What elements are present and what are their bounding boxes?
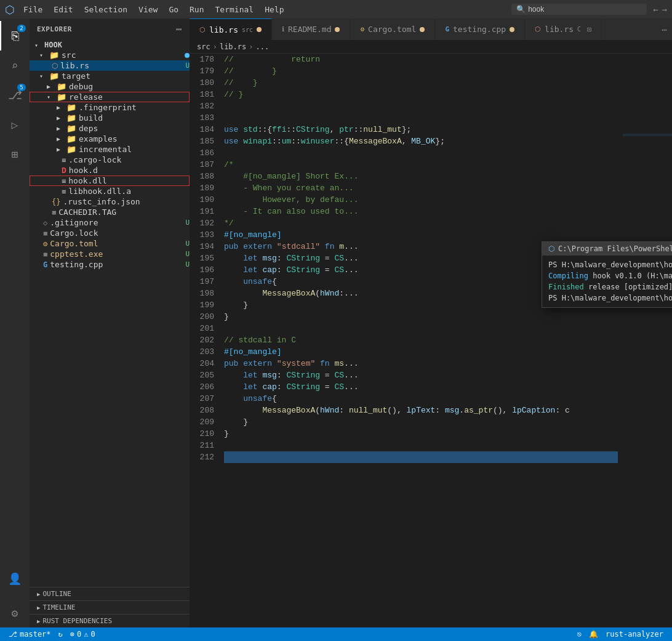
tree-rustc-info[interactable]: {} .rustc_info.json xyxy=(30,196,190,207)
branch-icon: ⎇ xyxy=(9,630,17,639)
target-label: target xyxy=(62,71,190,81)
info-icon: ℹ xyxy=(282,25,284,33)
tree-testing-cpp[interactable]: G testing.cpp U xyxy=(30,259,190,270)
outline-section[interactable]: ▶ OUTLINE xyxy=(30,587,190,600)
search-input[interactable] xyxy=(528,5,626,14)
status-bell[interactable]: 🔔 xyxy=(585,630,602,639)
tree-debug[interactable]: ▶ 📁 debug xyxy=(30,81,190,92)
tab-readme-label: README.md xyxy=(288,25,331,34)
activity-extensions[interactable]: ⊞ xyxy=(0,139,30,169)
folder-icon: 📁 xyxy=(57,92,66,102)
tab-cargo-toml[interactable]: ⚙ Cargo.toml xyxy=(350,18,435,40)
tree-cachedir[interactable]: ≡ CACHEDIR.TAG xyxy=(30,207,190,217)
tab-lib-rs-c[interactable]: ⬡ lib.rs C ⊡ xyxy=(525,18,602,40)
cargo-toml-label: Cargo.toml xyxy=(50,239,183,248)
breadcrumb-lib-rs[interactable]: lib.rs xyxy=(220,42,246,51)
status-branch[interactable]: ⎇ master* xyxy=(5,630,55,639)
tree-target[interactable]: ▾ 📁 target xyxy=(30,71,190,81)
breadcrumb-src[interactable]: src xyxy=(197,42,210,51)
tree-cargo-lock[interactable]: ≡ .cargo-lock xyxy=(30,155,190,165)
tab-more-button[interactable]: ⋯ xyxy=(657,18,672,40)
terminal-title-bar: ⬡ C:\Program Files\PowerShell\7\pwsh.exe xyxy=(542,242,672,256)
modified-dot xyxy=(185,53,190,58)
minimap xyxy=(623,54,672,627)
tree-release[interactable]: ▾ 📁 release xyxy=(30,92,190,102)
tree-build[interactable]: ▶ 📁 build xyxy=(30,113,190,123)
tree-cargo-lock2[interactable]: ≡ Cargo.lock xyxy=(30,228,190,238)
cpp-icon: G xyxy=(43,260,47,269)
tree-hook-root[interactable]: ▾ HOOK xyxy=(30,40,190,50)
tab-testing-cpp[interactable]: G testing.cpp xyxy=(435,18,525,40)
nav-back[interactable]: ← xyxy=(653,4,658,14)
code-editor[interactable]: 178179180181 182183184185 186187188189 1… xyxy=(190,54,623,627)
status-port[interactable]: ⎋ xyxy=(574,630,585,639)
activity-explorer[interactable]: ⎘ 2 xyxy=(0,21,30,50)
menu-selection[interactable]: Selection xyxy=(79,4,132,15)
status-errors[interactable]: ⊗ 0 ⚠ 0 xyxy=(66,630,99,639)
root-label: HOOK xyxy=(44,41,62,49)
nav-forward[interactable]: → xyxy=(662,4,667,14)
tree-lib-rs[interactable]: ⬡ lib.rs U xyxy=(30,60,190,71)
tree-gitignore[interactable]: ◇ .gitignore U xyxy=(30,217,190,228)
menu-bar: ⬡ File Edit Selection View Go Run Termin… xyxy=(0,0,672,18)
git-badge: 5 xyxy=(17,84,26,91)
search-icon: 🔍 xyxy=(516,5,526,14)
breadcrumb-more[interactable]: ... xyxy=(256,42,270,51)
compiling-prefix: Compiling xyxy=(548,272,593,280)
prompt-text-2: PS H:\malware_development\hook> xyxy=(548,294,672,302)
activity-run[interactable]: ▷ xyxy=(0,110,30,139)
folder-icon: 📁 xyxy=(66,113,76,123)
tab-c-label: C xyxy=(577,26,581,33)
menu-view[interactable]: View xyxy=(134,4,162,15)
sidebar: EXPLORER ⋯ ▾ HOOK ▾ 📁 src ⬡ lib.rs U xyxy=(30,18,190,627)
port-icon: ⎋ xyxy=(577,630,582,639)
modified-badge: U xyxy=(185,240,190,248)
tree-src[interactable]: ▾ 📁 src xyxy=(30,50,190,60)
sidebar-header: EXPLORER ⋯ xyxy=(30,18,190,40)
tab-lib-rs[interactable]: ⬡ lib.rs src xyxy=(190,18,272,40)
editor-content: 178179180181 182183184185 186187188189 1… xyxy=(190,54,672,627)
rust-deps-section[interactable]: ▶ RUST DEPENDENCIES xyxy=(30,614,190,627)
menu-go[interactable]: Go xyxy=(164,4,183,15)
tree-hook-d[interactable]: D hook.d xyxy=(30,165,190,175)
tree-hook-dll[interactable]: ≡ hook.dll xyxy=(30,175,190,186)
sidebar-more-icon[interactable]: ⋯ xyxy=(176,23,182,35)
activity-search[interactable]: ⌕ xyxy=(0,50,30,80)
tree-deps[interactable]: ▶ 📁 deps xyxy=(30,123,190,134)
menu-edit[interactable]: Edit xyxy=(49,4,78,15)
tree-fingerprint[interactable]: ▶ 📁 .fingerprint xyxy=(30,102,190,113)
rust-file-icon: ⬡ xyxy=(52,62,58,70)
modified-badge: U xyxy=(185,250,190,258)
file-icon: ≡ xyxy=(62,156,66,164)
modified-badge: U xyxy=(185,219,190,227)
sidebar-content: ▾ HOOK ▾ 📁 src ⬡ lib.rs U ▾ 📁 target xyxy=(30,40,190,587)
tree-examples[interactable]: ▶ 📁 examples xyxy=(30,134,190,144)
menu-run[interactable]: Run xyxy=(185,4,209,15)
activity-account[interactable]: 👤 xyxy=(0,563,30,593)
arrow-icon: ▶ xyxy=(57,125,66,132)
menu-file[interactable]: File xyxy=(18,4,47,15)
status-sync[interactable]: ↻ xyxy=(55,630,66,639)
folder-icon: 📁 xyxy=(49,50,59,60)
terminal-content[interactable]: PS H:\malware_development\hook> cargo bu… xyxy=(542,256,672,307)
tree-incremental[interactable]: ▶ 📁 incremental xyxy=(30,144,190,155)
menu-terminal[interactable]: Terminal xyxy=(210,4,259,15)
tree-libhook[interactable]: ≡ libhook.dll.a xyxy=(30,186,190,196)
more-icon: ⋯ xyxy=(662,25,667,34)
activity-settings[interactable]: ⚙ xyxy=(0,598,30,627)
tab-readme[interactable]: ℹ README.md xyxy=(272,18,350,40)
activity-git[interactable]: ⎇ 5 xyxy=(0,80,30,110)
status-rust-analyzer[interactable]: rust-analyzer xyxy=(602,630,667,639)
arrow-icon: ▾ xyxy=(47,94,57,100)
menu-help[interactable]: Help xyxy=(260,4,289,15)
search-bar[interactable]: 🔍 xyxy=(511,4,647,15)
deps-label: deps xyxy=(79,124,190,133)
tree-cpptest[interactable]: ≡ cpptest.exe U xyxy=(30,249,190,259)
rustc-info-label: .rustc_info.json xyxy=(63,197,190,206)
tree-cargo-toml[interactable]: ⚙ Cargo.toml U xyxy=(30,238,190,249)
timeline-section[interactable]: ▶ TIMELINE xyxy=(30,600,190,614)
compiling-content: hook v0.1.0 (H:\malware_development\hook… xyxy=(593,272,672,280)
status-bar: ⎇ master* ↻ ⊗ 0 ⚠ 0 ⎋ 🔔 rust-analyzer xyxy=(0,627,672,641)
cachedir-label: CACHEDIR.TAG xyxy=(58,208,190,217)
finished-content: release [optimized] target(s) in 0.64s xyxy=(588,283,672,291)
